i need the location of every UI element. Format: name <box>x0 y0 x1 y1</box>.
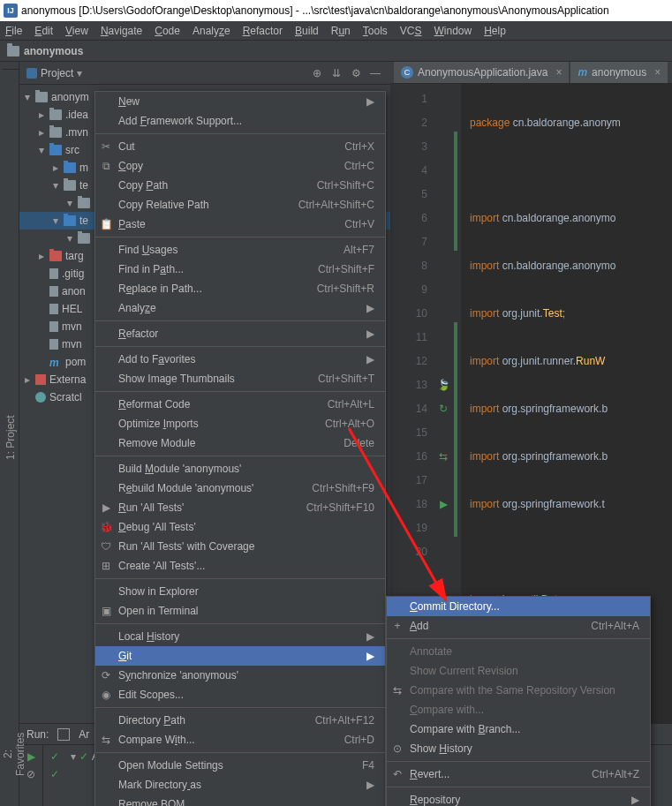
menu-item[interactable]: Analyze▶ <box>95 298 385 318</box>
menu-item[interactable]: Rebuild Module 'anonymous'Ctrl+Shift+F9 <box>95 478 385 498</box>
menu-refactor[interactable]: Refactor <box>243 25 283 37</box>
menu-analyze[interactable]: Analyze <box>193 25 230 37</box>
menu-window[interactable]: Window <box>434 25 472 37</box>
project-icon <box>26 68 37 79</box>
menu-item[interactable]: Find UsagesAlt+F7 <box>95 240 385 260</box>
menu-build[interactable]: Build <box>295 25 319 37</box>
menu-item[interactable]: Copy PathCtrl+Shift+C <box>95 176 385 195</box>
menu-item[interactable]: ⟳Synchronize 'anonymous' <box>95 666 385 685</box>
menu-code[interactable]: Code <box>155 25 180 37</box>
menu-file[interactable]: File <box>5 25 22 37</box>
git-submenu: Commit Directory...+AddCtrl+Alt+AAnnotat… <box>386 596 651 806</box>
folder-icon <box>7 46 19 56</box>
run-gutter-icon[interactable]: ↻ <box>437 397 449 410</box>
menu-item: Compare with... <box>387 700 650 719</box>
run-gutter-icon[interactable]: 🍃 <box>437 373 449 386</box>
app-icon: IJ <box>4 4 18 18</box>
run-config-icon[interactable] <box>57 728 70 741</box>
breadcrumb-bar: anonymous <box>0 41 672 62</box>
menu-item[interactable]: Remove BOM <box>95 795 385 806</box>
menu-item: Annotate <box>387 642 650 661</box>
menu-item[interactable]: Repository▶ <box>387 790 650 806</box>
run-test-gutter-icon[interactable]: ▶ <box>437 493 449 505</box>
menu-item[interactable]: Commit Directory... <box>387 597 650 616</box>
project-title: Project <box>41 67 73 79</box>
main-menubar: File Edit View Navigate Code Analyze Ref… <box>0 21 672 41</box>
menu-item[interactable]: Optimize ImportsCtrl+Alt+O <box>95 414 385 433</box>
close-icon[interactable]: × <box>555 66 562 79</box>
project-header: Project ▾ ⊕ ⇊ ⚙ — <box>19 62 390 85</box>
project-context-menu: New▶Add Framework Support...✂CutCtrl+X⧉C… <box>94 91 386 806</box>
menu-item[interactable]: Add to Favorites▶ <box>95 350 385 369</box>
window-title: anonymous [D:\Users\GodofOrange\Desktop\… <box>21 4 609 17</box>
menu-item[interactable]: ⊙Show History <box>387 739 650 758</box>
left-tool-strip: 1: Project <box>0 62 19 806</box>
tab-label: AnonymousApplication.java <box>418 66 547 79</box>
run-config-name: Ar <box>79 728 89 741</box>
menu-item[interactable]: 🛡Run 'All Tests' with Coverage <box>95 537 385 556</box>
menu-item[interactable]: Reformat CodeCtrl+Alt+L <box>95 395 385 414</box>
menu-item[interactable]: Remove ModuleDelete <box>95 433 385 453</box>
menu-edit[interactable]: Edit <box>34 25 53 37</box>
tab-anonymous-application[interactable]: C AnonymousApplication.java × <box>394 62 569 83</box>
menu-navigate[interactable]: Navigate <box>101 25 142 37</box>
menu-item: Show Current Revision <box>387 661 650 681</box>
locate-icon[interactable]: ⊕ <box>309 65 325 81</box>
menu-item[interactable]: ✂CutCtrl+X <box>95 137 385 156</box>
stop-icon[interactable]: ⊘ <box>26 768 35 780</box>
menu-item[interactable]: Directory PathCtrl+Alt+F12 <box>95 711 385 730</box>
menu-view[interactable]: View <box>65 25 88 37</box>
menu-item[interactable]: Build Module 'anonymous' <box>95 459 385 478</box>
menu-item[interactable]: ⧉CopyCtrl+C <box>95 156 385 176</box>
menu-item[interactable]: New▶ <box>95 92 385 111</box>
gear-icon[interactable]: ⚙ <box>348 65 364 81</box>
collapse-icon[interactable]: ⇊ <box>328 65 344 81</box>
menu-item[interactable]: ▣Open in Terminal <box>95 601 385 621</box>
pass-icon[interactable]: ✓ <box>50 768 59 780</box>
menu-item[interactable]: ⇆Compare With...Ctrl+D <box>95 730 385 750</box>
run-label: Run: <box>26 728 49 741</box>
menu-item[interactable]: 🐞Debug 'All Tests' <box>95 517 385 537</box>
menu-item[interactable]: Add Framework Support... <box>95 111 385 131</box>
tool-tab-favorites[interactable]: 2: Favorites <box>0 723 19 785</box>
menu-item[interactable]: Mark Directory as▶ <box>95 775 385 795</box>
menu-item[interactable]: ↶Revert...Ctrl+Alt+Z <box>387 765 650 784</box>
menu-item[interactable]: +AddCtrl+Alt+A <box>387 616 650 636</box>
menu-item[interactable]: ▶Run 'All Tests'Ctrl+Shift+F10 <box>95 498 385 517</box>
menu-item[interactable]: Replace in Path...Ctrl+Shift+R <box>95 279 385 298</box>
menu-item: ⇆Compare with the Same Repository Versio… <box>387 681 650 700</box>
class-icon: C <box>401 66 413 79</box>
menu-item[interactable]: Git▶ <box>95 646 385 666</box>
menu-item[interactable]: 📋PasteCtrl+V <box>95 215 385 234</box>
menu-run[interactable]: Run <box>331 25 351 37</box>
menu-help[interactable]: Help <box>484 25 506 37</box>
menu-item[interactable]: Local History▶ <box>95 627 385 646</box>
menu-tools[interactable]: Tools <box>363 25 388 37</box>
tab-label: anonymous <box>592 66 646 79</box>
pass-icon[interactable]: ✓ <box>50 750 59 763</box>
window-titlebar: IJ anonymous [D:\Users\GodofOrange\Deskt… <box>0 0 672 21</box>
close-icon[interactable]: × <box>654 66 661 79</box>
editor-tabs: C AnonymousApplication.java × m anonymou… <box>390 62 672 84</box>
maven-icon: m <box>578 66 587 79</box>
menu-item[interactable]: ⊞Create 'All Tests'... <box>95 556 385 576</box>
menu-item[interactable]: ◉Edit Scopes... <box>95 685 385 704</box>
bean-gutter-icon[interactable]: ⇆ <box>437 445 449 457</box>
tool-tab-project[interactable]: 1: Project <box>3 69 19 806</box>
breadcrumb-root[interactable]: anonymous <box>24 45 83 57</box>
project-view-selector[interactable]: Project ▾ <box>26 67 82 79</box>
hide-icon[interactable]: — <box>367 65 383 81</box>
menu-item[interactable]: Find in Path...Ctrl+Shift+F <box>95 260 385 279</box>
menu-item[interactable]: Copy Relative PathCtrl+Alt+Shift+C <box>95 195 385 215</box>
menu-item[interactable]: Compare with Branch... <box>387 719 650 739</box>
chevron-down-icon: ▾ <box>77 67 82 79</box>
menu-item[interactable]: Refactor▶ <box>95 324 385 343</box>
rerun-icon[interactable]: ▶ <box>27 750 35 763</box>
menu-item[interactable]: Open Module SettingsF4 <box>95 756 385 775</box>
tab-anonymous-maven[interactable]: m anonymous × <box>570 62 668 83</box>
menu-vcs[interactable]: VCS <box>400 25 422 37</box>
menu-item[interactable]: Show in Explorer <box>95 582 385 601</box>
menu-item[interactable]: Show Image ThumbnailsCtrl+Shift+T <box>95 369 385 388</box>
